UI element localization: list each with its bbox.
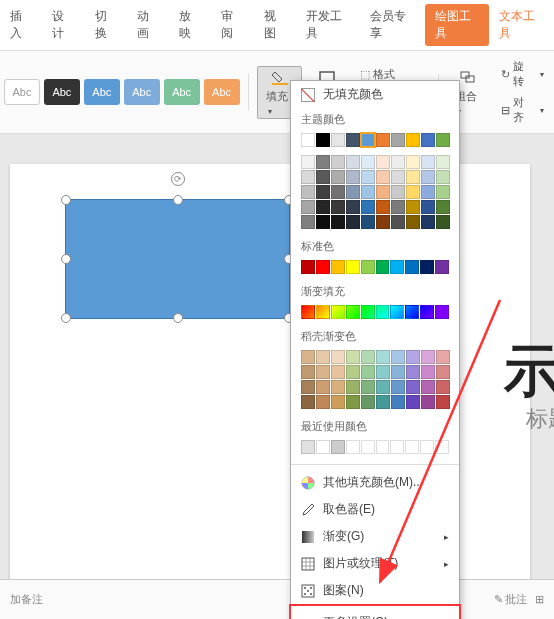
color-swatch[interactable] bbox=[376, 133, 390, 147]
color-swatch[interactable] bbox=[421, 185, 435, 199]
color-swatch[interactable] bbox=[436, 365, 450, 379]
color-swatch[interactable] bbox=[301, 215, 315, 229]
color-swatch[interactable] bbox=[376, 305, 390, 319]
selected-rectangle[interactable]: ⟳ bbox=[65, 199, 290, 319]
color-swatch[interactable] bbox=[376, 215, 390, 229]
color-swatch[interactable] bbox=[391, 133, 405, 147]
color-swatch[interactable] bbox=[376, 200, 390, 214]
tab-text-tools[interactable]: 文本工具 bbox=[489, 4, 554, 46]
color-swatch[interactable] bbox=[390, 305, 404, 319]
gradient-option[interactable]: 渐变(G) ▸ bbox=[291, 523, 459, 550]
color-swatch[interactable] bbox=[316, 200, 330, 214]
color-swatch[interactable] bbox=[331, 305, 345, 319]
color-swatch[interactable] bbox=[301, 133, 315, 147]
color-swatch[interactable] bbox=[406, 155, 420, 169]
color-swatch[interactable] bbox=[361, 365, 375, 379]
color-swatch[interactable] bbox=[316, 380, 330, 394]
color-swatch[interactable] bbox=[361, 133, 375, 147]
color-swatch[interactable] bbox=[421, 380, 435, 394]
align-button[interactable]: ⊟ 对齐▾ bbox=[495, 93, 550, 127]
color-swatch[interactable] bbox=[331, 380, 345, 394]
color-swatch[interactable] bbox=[361, 305, 375, 319]
color-swatch[interactable] bbox=[301, 305, 315, 319]
color-swatch[interactable] bbox=[376, 380, 390, 394]
picture-texture-option[interactable]: 图片或纹理(T) ▸ bbox=[291, 550, 459, 577]
color-swatch[interactable] bbox=[331, 395, 345, 409]
color-swatch[interactable] bbox=[316, 170, 330, 184]
color-swatch[interactable] bbox=[391, 380, 405, 394]
color-swatch[interactable] bbox=[316, 365, 330, 379]
color-swatch[interactable] bbox=[391, 200, 405, 214]
color-swatch[interactable] bbox=[316, 440, 330, 454]
color-swatch[interactable] bbox=[361, 350, 375, 364]
color-swatch[interactable] bbox=[361, 215, 375, 229]
color-swatch[interactable] bbox=[376, 185, 390, 199]
color-swatch[interactable] bbox=[406, 365, 420, 379]
resize-handle-tm[interactable] bbox=[173, 195, 183, 205]
color-swatch[interactable] bbox=[301, 200, 315, 214]
tab-member[interactable]: 会员专享 bbox=[360, 4, 425, 46]
color-swatch[interactable] bbox=[421, 395, 435, 409]
tab-transition[interactable]: 切换 bbox=[85, 4, 127, 46]
color-swatch[interactable] bbox=[301, 440, 315, 454]
color-swatch[interactable] bbox=[421, 215, 435, 229]
color-swatch[interactable] bbox=[346, 133, 360, 147]
shape-style-2[interactable]: Abc bbox=[44, 79, 80, 105]
color-swatch[interactable] bbox=[316, 395, 330, 409]
shape-style-6[interactable]: Abc bbox=[204, 79, 240, 105]
color-swatch[interactable] bbox=[346, 260, 360, 274]
color-swatch[interactable] bbox=[436, 170, 450, 184]
resize-handle-tl[interactable] bbox=[61, 195, 71, 205]
color-swatch[interactable] bbox=[346, 170, 360, 184]
color-swatch[interactable] bbox=[420, 260, 434, 274]
color-swatch[interactable] bbox=[346, 350, 360, 364]
color-swatch[interactable] bbox=[331, 365, 345, 379]
color-swatch[interactable] bbox=[406, 133, 420, 147]
more-settings-option[interactable]: 更多设置(O)... bbox=[289, 604, 461, 619]
color-swatch[interactable] bbox=[331, 133, 345, 147]
color-swatch[interactable] bbox=[331, 440, 345, 454]
color-swatch[interactable] bbox=[331, 260, 345, 274]
color-swatch[interactable] bbox=[420, 305, 434, 319]
color-swatch[interactable] bbox=[406, 170, 420, 184]
tab-drawing-tools[interactable]: 绘图工具 bbox=[425, 4, 490, 46]
color-swatch[interactable] bbox=[391, 395, 405, 409]
color-swatch[interactable] bbox=[406, 215, 420, 229]
color-swatch[interactable] bbox=[391, 155, 405, 169]
color-swatch[interactable] bbox=[346, 305, 360, 319]
shape-style-3[interactable]: Abc bbox=[84, 79, 120, 105]
color-swatch[interactable] bbox=[421, 133, 435, 147]
color-swatch[interactable] bbox=[316, 305, 330, 319]
color-swatch[interactable] bbox=[406, 185, 420, 199]
color-swatch[interactable] bbox=[376, 365, 390, 379]
color-swatch[interactable] bbox=[301, 350, 315, 364]
color-swatch[interactable] bbox=[301, 365, 315, 379]
resize-handle-bm[interactable] bbox=[173, 313, 183, 323]
color-swatch[interactable] bbox=[301, 185, 315, 199]
comment-button[interactable]: ✎批注 bbox=[494, 592, 527, 607]
color-swatch[interactable] bbox=[301, 260, 315, 274]
color-swatch[interactable] bbox=[406, 380, 420, 394]
color-swatch[interactable] bbox=[316, 185, 330, 199]
color-swatch[interactable] bbox=[391, 215, 405, 229]
color-swatch[interactable] bbox=[391, 365, 405, 379]
color-swatch[interactable] bbox=[346, 215, 360, 229]
color-swatch[interactable] bbox=[436, 350, 450, 364]
color-swatch[interactable] bbox=[421, 200, 435, 214]
tab-review[interactable]: 审阅 bbox=[211, 4, 253, 46]
color-swatch[interactable] bbox=[405, 260, 419, 274]
color-swatch[interactable] bbox=[301, 155, 315, 169]
color-swatch[interactable] bbox=[421, 365, 435, 379]
tab-design[interactable]: 设计 bbox=[42, 4, 84, 46]
color-swatch[interactable] bbox=[361, 200, 375, 214]
color-swatch[interactable] bbox=[346, 155, 360, 169]
color-swatch[interactable] bbox=[436, 200, 450, 214]
color-swatch[interactable] bbox=[421, 350, 435, 364]
color-swatch[interactable] bbox=[316, 215, 330, 229]
tab-insert[interactable]: 插入 bbox=[0, 4, 42, 46]
color-swatch[interactable] bbox=[376, 350, 390, 364]
shape-style-4[interactable]: Abc bbox=[124, 79, 160, 105]
view-toggle-icon[interactable]: ⊞ bbox=[535, 593, 544, 606]
color-swatch[interactable] bbox=[361, 395, 375, 409]
resize-handle-ml[interactable] bbox=[61, 254, 71, 264]
